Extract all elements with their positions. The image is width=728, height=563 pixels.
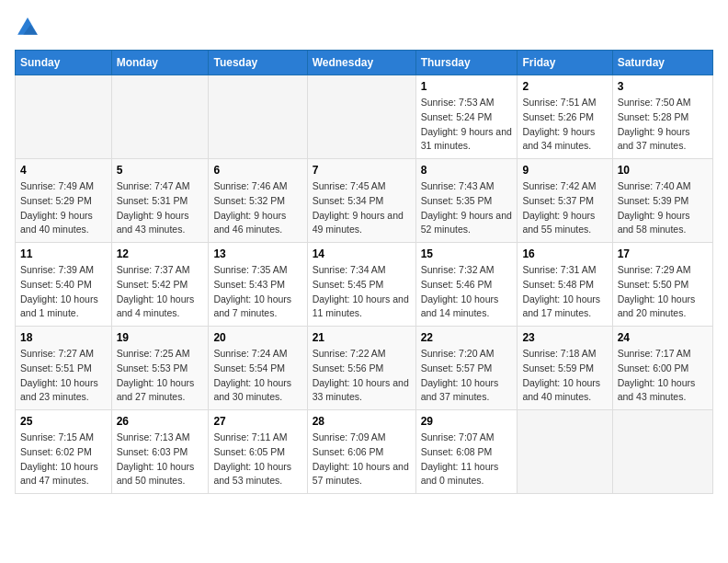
day-info: Sunrise: 7:24 AMSunset: 5:54 PMDaylight:… bbox=[213, 347, 301, 405]
calendar-cell: 3Sunrise: 7:50 AMSunset: 5:28 PMDaylight… bbox=[612, 75, 712, 159]
day-info: Sunrise: 7:43 AMSunset: 5:35 PMDaylight:… bbox=[421, 179, 513, 237]
day-number: 15 bbox=[421, 247, 513, 260]
day-number: 29 bbox=[421, 415, 513, 428]
day-info: Sunrise: 7:09 AMSunset: 6:06 PMDaylight:… bbox=[313, 431, 411, 488]
calendar-cell: 1Sunrise: 7:53 AMSunset: 5:24 PMDaylight… bbox=[415, 75, 518, 159]
calendar-cell: 28Sunrise: 7:09 AMSunset: 6:06 PMDayligh… bbox=[307, 410, 415, 494]
calendar-cell: 11Sunrise: 7:39 AMSunset: 5:40 PMDayligh… bbox=[16, 243, 112, 327]
calendar-cell: 16Sunrise: 7:31 AMSunset: 5:48 PMDayligh… bbox=[518, 243, 612, 327]
weekday-header-monday: Monday bbox=[111, 51, 209, 75]
day-number: 28 bbox=[313, 415, 411, 428]
day-info: Sunrise: 7:34 AMSunset: 5:45 PMDaylight:… bbox=[313, 263, 411, 321]
calendar-cell: 15Sunrise: 7:32 AMSunset: 5:46 PMDayligh… bbox=[415, 243, 518, 327]
day-info: Sunrise: 7:32 AMSunset: 5:46 PMDaylight:… bbox=[421, 263, 513, 321]
calendar-cell: 5Sunrise: 7:47 AMSunset: 5:31 PMDaylight… bbox=[111, 159, 209, 243]
calendar-cell: 22Sunrise: 7:20 AMSunset: 5:57 PMDayligh… bbox=[415, 327, 518, 410]
day-number: 25 bbox=[20, 415, 107, 428]
day-info: Sunrise: 7:53 AMSunset: 5:24 PMDaylight:… bbox=[421, 96, 513, 154]
day-info: Sunrise: 7:29 AMSunset: 5:50 PMDaylight:… bbox=[618, 263, 708, 321]
day-number: 27 bbox=[213, 415, 301, 428]
day-number: 5 bbox=[117, 164, 204, 177]
day-info: Sunrise: 7:17 AMSunset: 6:00 PMDaylight:… bbox=[618, 347, 708, 405]
weekday-header-wednesday: Wednesday bbox=[307, 51, 415, 75]
day-info: Sunrise: 7:15 AMSunset: 6:02 PMDaylight:… bbox=[20, 431, 107, 488]
calendar-cell: 17Sunrise: 7:29 AMSunset: 5:50 PMDayligh… bbox=[612, 243, 712, 327]
calendar-cell: 19Sunrise: 7:25 AMSunset: 5:53 PMDayligh… bbox=[111, 327, 209, 410]
day-number: 11 bbox=[20, 247, 107, 260]
weekday-header-sunday: Sunday bbox=[16, 51, 112, 75]
calendar-cell bbox=[16, 75, 112, 159]
calendar-cell: 6Sunrise: 7:46 AMSunset: 5:32 PMDaylight… bbox=[209, 159, 307, 243]
day-number: 3 bbox=[618, 80, 708, 93]
day-number: 23 bbox=[522, 331, 607, 344]
day-info: Sunrise: 7:49 AMSunset: 5:29 PMDaylight:… bbox=[20, 179, 107, 237]
day-number: 9 bbox=[522, 164, 607, 177]
calendar-cell: 29Sunrise: 7:07 AMSunset: 6:08 PMDayligh… bbox=[415, 410, 518, 494]
calendar-cell bbox=[111, 75, 209, 159]
day-number: 19 bbox=[117, 331, 204, 344]
calendar-cell: 18Sunrise: 7:27 AMSunset: 5:51 PMDayligh… bbox=[16, 327, 112, 410]
day-number: 2 bbox=[522, 80, 607, 93]
day-info: Sunrise: 7:46 AMSunset: 5:32 PMDaylight:… bbox=[213, 179, 301, 237]
calendar-cell: 12Sunrise: 7:37 AMSunset: 5:42 PMDayligh… bbox=[111, 243, 209, 327]
calendar-cell: 24Sunrise: 7:17 AMSunset: 6:00 PMDayligh… bbox=[612, 327, 712, 410]
day-number: 14 bbox=[313, 247, 411, 260]
weekday-header-thursday: Thursday bbox=[415, 51, 518, 75]
day-info: Sunrise: 7:27 AMSunset: 5:51 PMDaylight:… bbox=[20, 347, 107, 405]
calendar-cell: 26Sunrise: 7:13 AMSunset: 6:03 PMDayligh… bbox=[111, 410, 209, 494]
logo bbox=[15, 15, 44, 40]
day-number: 26 bbox=[117, 415, 204, 428]
day-info: Sunrise: 7:42 AMSunset: 5:37 PMDaylight:… bbox=[522, 179, 607, 237]
day-info: Sunrise: 7:13 AMSunset: 6:03 PMDaylight:… bbox=[117, 431, 204, 488]
calendar-cell: 21Sunrise: 7:22 AMSunset: 5:56 PMDayligh… bbox=[307, 327, 415, 410]
day-number: 6 bbox=[213, 164, 301, 177]
calendar-cell: 25Sunrise: 7:15 AMSunset: 6:02 PMDayligh… bbox=[16, 410, 112, 494]
day-info: Sunrise: 7:11 AMSunset: 6:05 PMDaylight:… bbox=[213, 431, 301, 488]
day-info: Sunrise: 7:25 AMSunset: 5:53 PMDaylight:… bbox=[117, 347, 204, 405]
calendar-cell: 13Sunrise: 7:35 AMSunset: 5:43 PMDayligh… bbox=[209, 243, 307, 327]
day-info: Sunrise: 7:45 AMSunset: 5:34 PMDaylight:… bbox=[313, 179, 411, 237]
calendar-cell: 10Sunrise: 7:40 AMSunset: 5:39 PMDayligh… bbox=[612, 159, 712, 243]
day-info: Sunrise: 7:35 AMSunset: 5:43 PMDaylight:… bbox=[213, 263, 301, 321]
calendar-cell: 27Sunrise: 7:11 AMSunset: 6:05 PMDayligh… bbox=[209, 410, 307, 494]
weekday-header-tuesday: Tuesday bbox=[209, 51, 307, 75]
calendar-cell: 20Sunrise: 7:24 AMSunset: 5:54 PMDayligh… bbox=[209, 327, 307, 410]
day-info: Sunrise: 7:39 AMSunset: 5:40 PMDaylight:… bbox=[20, 263, 107, 321]
calendar-cell bbox=[307, 75, 415, 159]
day-info: Sunrise: 7:37 AMSunset: 5:42 PMDaylight:… bbox=[117, 263, 204, 321]
day-number: 8 bbox=[421, 164, 513, 177]
day-number: 16 bbox=[522, 247, 607, 260]
calendar-cell bbox=[209, 75, 307, 159]
calendar-cell: 2Sunrise: 7:51 AMSunset: 5:26 PMDaylight… bbox=[518, 75, 612, 159]
day-number: 17 bbox=[618, 247, 708, 260]
calendar-cell bbox=[612, 410, 712, 494]
day-number: 21 bbox=[313, 331, 411, 344]
calendar-cell: 14Sunrise: 7:34 AMSunset: 5:45 PMDayligh… bbox=[307, 243, 415, 327]
logo-icon bbox=[15, 15, 40, 40]
day-info: Sunrise: 7:20 AMSunset: 5:57 PMDaylight:… bbox=[421, 347, 513, 405]
day-info: Sunrise: 7:40 AMSunset: 5:39 PMDaylight:… bbox=[618, 179, 708, 237]
calendar-cell: 23Sunrise: 7:18 AMSunset: 5:59 PMDayligh… bbox=[518, 327, 612, 410]
day-number: 1 bbox=[421, 80, 513, 93]
day-number: 18 bbox=[20, 331, 107, 344]
day-info: Sunrise: 7:22 AMSunset: 5:56 PMDaylight:… bbox=[313, 347, 411, 405]
calendar-cell bbox=[518, 410, 612, 494]
day-number: 10 bbox=[618, 164, 708, 177]
day-number: 20 bbox=[213, 331, 301, 344]
day-number: 4 bbox=[20, 164, 107, 177]
day-info: Sunrise: 7:07 AMSunset: 6:08 PMDaylight:… bbox=[421, 431, 513, 488]
day-number: 13 bbox=[213, 247, 301, 260]
weekday-header-saturday: Saturday bbox=[612, 51, 712, 75]
day-info: Sunrise: 7:47 AMSunset: 5:31 PMDaylight:… bbox=[117, 179, 204, 237]
day-info: Sunrise: 7:51 AMSunset: 5:26 PMDaylight:… bbox=[522, 96, 607, 154]
day-info: Sunrise: 7:50 AMSunset: 5:28 PMDaylight:… bbox=[618, 96, 708, 154]
calendar-cell: 4Sunrise: 7:49 AMSunset: 5:29 PMDaylight… bbox=[16, 159, 112, 243]
day-info: Sunrise: 7:18 AMSunset: 5:59 PMDaylight:… bbox=[522, 347, 607, 405]
day-number: 12 bbox=[117, 247, 204, 260]
calendar-cell: 9Sunrise: 7:42 AMSunset: 5:37 PMDaylight… bbox=[518, 159, 612, 243]
day-number: 24 bbox=[618, 331, 708, 344]
day-info: Sunrise: 7:31 AMSunset: 5:48 PMDaylight:… bbox=[522, 263, 607, 321]
day-number: 7 bbox=[313, 164, 411, 177]
calendar-cell: 7Sunrise: 7:45 AMSunset: 5:34 PMDaylight… bbox=[307, 159, 415, 243]
weekday-header-friday: Friday bbox=[518, 51, 612, 75]
